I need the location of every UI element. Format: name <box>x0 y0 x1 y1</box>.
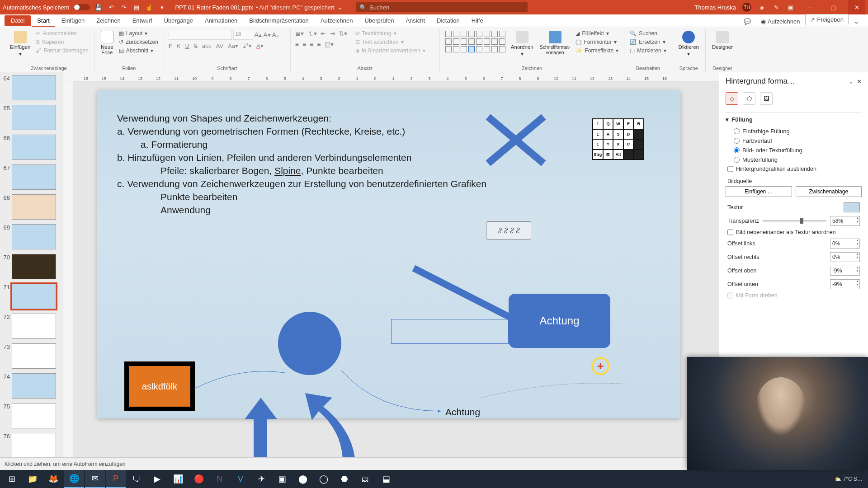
tab-review[interactable]: Überprüfen <box>359 15 399 27</box>
pane-options-icon[interactable]: ⌄ <box>849 78 854 85</box>
tab-dictation[interactable]: Dictation <box>431 15 465 27</box>
dictate-button[interactable]: Diktieren▾ <box>677 30 701 65</box>
autosave-toggle[interactable] <box>74 4 90 10</box>
check-tile[interactable]: Bild nebeneinander als Textur anordnen <box>726 228 862 237</box>
share-button[interactable]: ↗ Freigeben <box>805 14 849 25</box>
record-button[interactable]: ◉ Aufzeichnen <box>756 16 805 27</box>
slide-thumb-76[interactable] <box>12 433 56 457</box>
slide-thumb-70[interactable] <box>12 254 56 279</box>
slide-thumb-75[interactable] <box>12 403 56 428</box>
shape-scribble-box[interactable]: ᴤ ᴤ ᴤ ᴤ <box>486 221 531 239</box>
replace-button[interactable]: 🔄 Ersetzen ▾ <box>629 38 667 46</box>
slide-text-block[interactable]: Verwendung von Shapes und Zeichenwerkzeu… <box>117 112 486 217</box>
radio-solid-fill[interactable]: Einfarbige Füllung <box>726 127 862 136</box>
title-dropdown-icon[interactable]: ⌄ <box>337 4 342 11</box>
tab-design[interactable]: Entwurf <box>127 15 158 27</box>
clipboard-picture-button[interactable]: Zwischenablage <box>796 186 862 197</box>
slide-thumb-64[interactable] <box>12 75 56 100</box>
tab-draw[interactable]: Zeichnen <box>91 15 126 27</box>
arrange-button[interactable]: Anordnen▾ <box>509 30 535 65</box>
offset-left-spinner[interactable]: 0% <box>830 239 860 249</box>
tab-transitions[interactable]: Übergänge <box>159 15 198 27</box>
check-hide-bg[interactable]: Hintergrundgrafiken ausblenden <box>726 164 862 174</box>
radio-picture-fill[interactable]: Bild- oder Texturfüllung <box>726 145 862 155</box>
slide-thumb-72[interactable] <box>12 314 56 339</box>
slide-thumb-71[interactable] <box>12 284 56 309</box>
radio-gradient-fill[interactable]: Farbverlauf <box>726 136 862 145</box>
paste-button[interactable]: Einfügen▾ <box>8 30 32 65</box>
taskbar-explorer-icon[interactable]: 📁 <box>23 470 42 488</box>
shape-outline-button[interactable]: ◯ Formkontur ▾ <box>575 38 619 46</box>
search-box[interactable]: 🔍 <box>356 2 528 12</box>
transparency-slider[interactable] <box>763 221 826 221</box>
slide-thumb-74[interactable] <box>12 373 56 399</box>
offset-right-spinner[interactable]: 0% <box>830 252 860 262</box>
taskbar-app7-icon[interactable]: 🗂 <box>355 470 375 488</box>
ribbon-collapse-icon[interactable]: ⌄ <box>849 16 863 27</box>
fill-section-header[interactable]: ▾Füllung <box>726 116 862 123</box>
fill-tab-icon[interactable]: ◇ <box>726 92 738 105</box>
slide-thumb-73[interactable] <box>12 343 56 369</box>
find-button[interactable]: 🔍 Suchen <box>629 30 667 37</box>
undo-icon[interactable]: ↶ <box>107 3 115 11</box>
touch-icon[interactable]: ☝ <box>145 3 153 11</box>
taskbar-onenote-icon[interactable]: N <box>210 470 230 488</box>
designer-button[interactable]: Designer <box>710 30 735 65</box>
taskbar-app-icon[interactable]: 🗨 <box>127 470 146 488</box>
effects-tab-icon[interactable]: ⬠ <box>743 92 755 105</box>
tab-view[interactable]: Ansicht <box>400 15 430 27</box>
shape-cross[interactable] <box>484 113 547 167</box>
slide-thumb-69[interactable] <box>12 224 56 249</box>
shape-achtung-box[interactable]: Achtung <box>509 294 610 348</box>
taskbar-powerpoint-icon[interactable]: P <box>106 470 126 488</box>
offset-top-spinner[interactable]: -9% <box>830 266 860 276</box>
taskbar-app2-icon[interactable]: 📊 <box>168 470 188 488</box>
shape-orange-rect[interactable]: aslkdfölk <box>124 361 195 411</box>
connector-long-curve[interactable] <box>481 375 631 407</box>
shape-gallery[interactable] <box>444 30 506 65</box>
taskbar-app6-icon[interactable]: ⬣ <box>335 470 354 488</box>
tab-file[interactable]: Datei <box>5 15 31 26</box>
shape-rectangle-outline[interactable] <box>391 319 509 344</box>
taskbar-vscode-icon[interactable]: V <box>231 470 250 488</box>
offset-bottom-spinner[interactable]: -9% <box>830 279 860 289</box>
tab-start[interactable]: Start <box>32 15 55 27</box>
comments-button[interactable]: 💬 <box>739 16 755 27</box>
taskbar-app5-icon[interactable]: ◯ <box>314 470 334 488</box>
select-button[interactable]: ⬚ Markieren ▾ <box>629 47 667 54</box>
close-button[interactable]: ✕ <box>848 0 865 14</box>
pane-close-icon[interactable]: ✕ <box>857 78 862 85</box>
maximize-button[interactable]: ▢ <box>825 0 842 14</box>
slide-thumbnail-panel[interactable]: 64 65 66 67 68 69 70 71 72 73 74 75 76 7… <box>0 72 63 457</box>
diamond-icon[interactable]: ◈ <box>758 3 766 11</box>
taskbar-firefox-icon[interactable]: 🦊 <box>43 470 63 488</box>
keyboard-image[interactable]: 1QWER1ASD1YXCStrg⊞Alt <box>592 118 644 160</box>
section-button[interactable]: ▤ Abschnitt ▾ <box>118 47 159 54</box>
window-mode-icon[interactable]: ▣ <box>787 3 795 11</box>
slide-thumb-67[interactable] <box>12 164 56 190</box>
slide-canvas[interactable]: Verwendung von Shapes und Zeichenwerkzeu… <box>97 90 680 418</box>
taskbar-vlc-icon[interactable]: ▶ <box>147 470 167 488</box>
taskbar-obs-icon[interactable]: ⬤ <box>293 470 313 488</box>
layout-button[interactable]: ▦ Layout ▾ <box>118 30 159 37</box>
redo-icon[interactable]: ↷ <box>120 3 128 11</box>
connector-curve-left[interactable] <box>194 371 289 398</box>
taskbar-outlook-icon[interactable]: ✉ <box>85 470 105 488</box>
start-button[interactable]: ⊞ <box>2 470 22 488</box>
user-avatar[interactable]: TH <box>742 3 751 12</box>
shape-block-arrow-up[interactable] <box>254 416 267 457</box>
weather-widget[interactable]: ⛅ 7°C S… <box>835 476 863 482</box>
new-slide-button[interactable]: Neue Folie <box>99 30 115 65</box>
taskbar-chrome-icon[interactable]: 🌐 <box>64 470 84 488</box>
slide-thumb-66[interactable] <box>12 135 56 160</box>
transparency-value[interactable]: 58% <box>830 216 860 226</box>
taskbar-app4-icon[interactable]: ▣ <box>272 470 292 488</box>
taskbar-telegram-icon[interactable]: ✈ <box>251 470 271 488</box>
search-input[interactable] <box>369 4 524 11</box>
reset-button[interactable]: ↺ Zurücksetzen <box>118 38 159 46</box>
text-achtung2[interactable]: Achtung <box>445 407 480 418</box>
radio-pattern-fill[interactable]: Musterfüllung <box>726 155 862 164</box>
picture-tab-icon[interactable]: 🖼 <box>760 92 773 105</box>
texture-dropdown[interactable] <box>844 202 860 212</box>
sync-icon[interactable]: ✎ <box>772 3 780 11</box>
